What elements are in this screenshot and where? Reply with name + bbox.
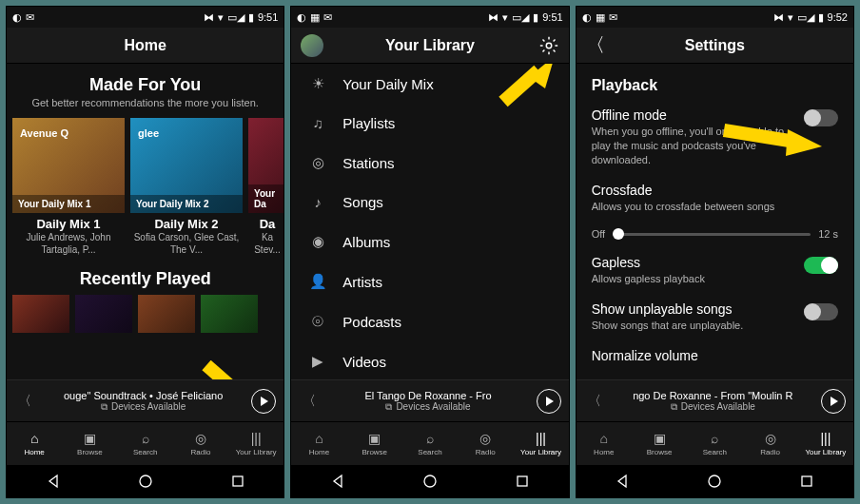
- daily-mix-tile[interactable]: Your Da Da Ka Stev...: [248, 118, 283, 256]
- annotation-arrow: [202, 360, 268, 379]
- daily-mix-row[interactable]: Avenue Q Your Daily Mix 1 Daily Mix 1 Ju…: [7, 118, 283, 256]
- library-icon: |||: [820, 431, 831, 446]
- crossfade-slider[interactable]: [613, 233, 811, 236]
- phone-home: ◐ ✉ ⧓ ▾ ▭◢ ▮ 9:51 Home Made For You Get …: [6, 6, 284, 498]
- back-icon[interactable]: [615, 474, 630, 489]
- library-item-videos[interactable]: ▶Videos: [291, 341, 568, 379]
- android-nav: [291, 465, 568, 497]
- setting-crossfade: Crossfade Allows you to crossfade betwee…: [592, 183, 838, 214]
- nav-library[interactable]: |||Your Library: [798, 422, 853, 465]
- library-item-artists[interactable]: 👤Artists: [291, 262, 568, 301]
- home-icon[interactable]: [707, 474, 722, 489]
- library-item-podcasts[interactable]: ⦾Podcasts: [291, 301, 568, 341]
- app-icon: ◐: [297, 11, 306, 24]
- svg-point-3: [546, 43, 552, 48]
- svg-point-8: [709, 475, 720, 487]
- nav-radio[interactable]: ◎Radio: [742, 422, 797, 465]
- library-icon: |||: [536, 431, 546, 446]
- unplayable-toggle[interactable]: [804, 303, 838, 320]
- recents-icon[interactable]: [799, 474, 814, 489]
- library-item-songs[interactable]: ♪Songs: [291, 183, 568, 222]
- album-art: Avenue Q Your Daily Mix 1: [12, 118, 125, 213]
- nav-browse[interactable]: ▣Browse: [632, 422, 687, 465]
- videos-icon: ▶: [308, 353, 327, 370]
- browse-icon: ▣: [84, 431, 96, 446]
- album-art[interactable]: [75, 295, 132, 333]
- setting-title: Crossfade: [592, 183, 838, 198]
- svg-rect-2: [233, 476, 243, 486]
- setting-desc: Allows gapless playback: [592, 272, 785, 286]
- bottom-nav: ⌂Home ▣Browse ⌕Search ◎Radio |||Your Lib…: [291, 421, 568, 465]
- recents-icon[interactable]: [515, 474, 530, 489]
- app-icon: ◐: [12, 11, 22, 24]
- nav-browse[interactable]: ▣Browse: [347, 422, 402, 465]
- nav-radio[interactable]: ◎Radio: [173, 422, 228, 465]
- section-title: Recently Played: [7, 269, 283, 289]
- now-playing-track: El Tango De Roxanne - Fro: [320, 390, 536, 401]
- status-bar: ◐ ▦ ✉ ⧓ ▾ ▭◢ ▮ 9:52: [577, 7, 853, 28]
- search-icon: ⌕: [142, 431, 149, 446]
- album-art: glee Your Daily Mix 2: [130, 118, 243, 213]
- setting-title: Gapless: [592, 255, 785, 270]
- offline-toggle[interactable]: [804, 109, 838, 126]
- slider-thumb[interactable]: [613, 228, 624, 240]
- mail-icon: ✉: [26, 11, 34, 24]
- chevron-left-icon[interactable]: 〈: [14, 393, 35, 410]
- now-playing-track: ouge" Soundtrack • José Feliciano: [35, 390, 251, 401]
- bluetooth-icon: ⧓: [488, 11, 498, 24]
- home-icon: ⌂: [30, 431, 38, 446]
- recents-icon[interactable]: [230, 474, 245, 489]
- back-icon[interactable]: [46, 474, 61, 489]
- gapless-toggle[interactable]: [804, 257, 838, 274]
- play-button[interactable]: [821, 389, 846, 414]
- library-item-label: Your Daily Mix: [342, 76, 433, 92]
- signal-icon: ▭◢: [227, 11, 244, 24]
- album-art[interactable]: [12, 295, 69, 333]
- signal-icon: ▭◢: [512, 11, 529, 24]
- library-item-daily-mix[interactable]: ☀Your Daily Mix: [291, 64, 568, 104]
- nav-library[interactable]: |||Your Library: [228, 422, 283, 465]
- daily-mix-tile[interactable]: glee Your Daily Mix 2 Daily Mix 2 Sofia …: [130, 118, 243, 256]
- nav-search[interactable]: ⌕Search: [687, 422, 742, 465]
- recent-row[interactable]: [7, 289, 283, 339]
- album-art: Your Da: [248, 118, 283, 213]
- section-title: Made For You: [7, 75, 283, 95]
- search-icon: ⌕: [426, 431, 434, 446]
- now-playing-bar[interactable]: 〈 ouge" Soundtrack • José Feliciano ⧉Dev…: [7, 379, 283, 421]
- home-icon[interactable]: [422, 474, 438, 489]
- clock: 9:51: [258, 11, 278, 23]
- daily-mix-tile[interactable]: Avenue Q Your Daily Mix 1 Daily Mix 1 Ju…: [12, 118, 125, 256]
- nav-home[interactable]: ⌂Home: [291, 422, 346, 465]
- back-icon[interactable]: 〈: [586, 32, 605, 58]
- header: Home: [7, 28, 283, 64]
- chevron-left-icon[interactable]: 〈: [584, 393, 605, 410]
- nav-home[interactable]: ⌂Home: [577, 422, 632, 465]
- library-item-stations[interactable]: ◎Stations: [291, 143, 568, 183]
- nav-browse[interactable]: ▣Browse: [62, 422, 117, 465]
- album-art[interactable]: [201, 295, 258, 333]
- play-button[interactable]: [537, 389, 561, 414]
- home-icon[interactable]: [138, 474, 153, 489]
- back-icon[interactable]: [330, 474, 345, 489]
- nav-search[interactable]: ⌕Search: [118, 422, 173, 465]
- setting-title: Offline mode: [592, 107, 785, 123]
- now-playing-bar[interactable]: 〈 El Tango De Roxanne - Fro ⧉Devices Ava…: [291, 379, 568, 421]
- status-bar: ◐ ▦ ✉ ⧓ ▾ ▭◢ ▮ 9:51: [291, 7, 568, 28]
- play-button[interactable]: [251, 389, 276, 414]
- nav-library[interactable]: |||Your Library: [513, 422, 568, 465]
- library-item-albums[interactable]: ◉Albums: [291, 222, 568, 262]
- album-art[interactable]: [138, 295, 195, 333]
- nav-home[interactable]: ⌂Home: [7, 422, 62, 465]
- library-item-playlists[interactable]: ♫Playlists: [291, 104, 568, 143]
- home-icon: ⌂: [600, 431, 608, 446]
- gear-icon[interactable]: [538, 35, 559, 56]
- nav-radio[interactable]: ◎Radio: [458, 422, 513, 465]
- now-playing-bar[interactable]: 〈 ngo De Roxanne - From "Moulin R ⧉Devic…: [577, 379, 853, 421]
- mail-icon: ✉: [609, 11, 617, 24]
- tile-meta: Julie Andrews, John Tartaglia, P...: [12, 231, 125, 256]
- chevron-left-icon[interactable]: 〈: [299, 393, 320, 410]
- setting-desc: Allows you to crossfade between songs: [592, 200, 838, 214]
- avatar[interactable]: [301, 34, 323, 57]
- nav-search[interactable]: ⌕Search: [402, 422, 458, 465]
- home-icon: ⌂: [315, 431, 322, 446]
